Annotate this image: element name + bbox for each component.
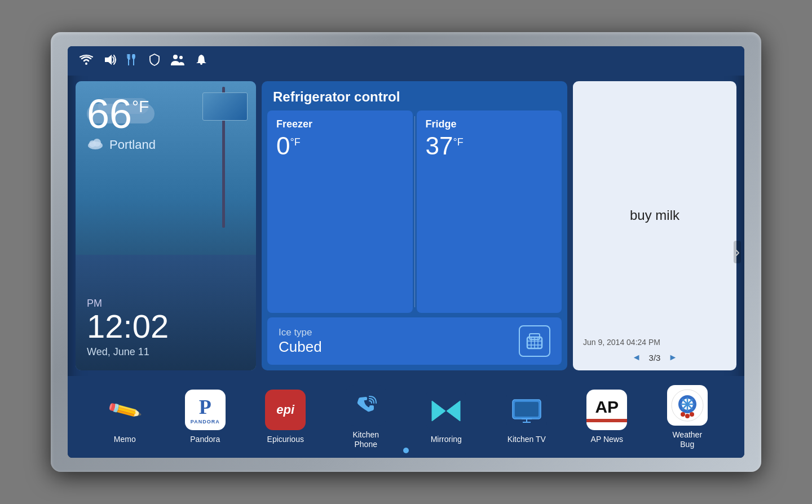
weather-time-section: PM 12:02 Wed, June 11: [87, 298, 245, 358]
app-item-kitchen-tv[interactable]: Kitchen TV: [504, 390, 549, 444]
freezer-unit: °F: [290, 137, 300, 147]
fridge-control-widget[interactable]: Refrigerator control Freezer 0 °F Fr: [262, 81, 567, 370]
mirroring-icon: [426, 390, 466, 430]
epicurious-icon: epi: [265, 390, 306, 430]
svg-marker-1: [105, 55, 112, 65]
screen-next-arrow[interactable]: ›: [734, 241, 741, 263]
volume-icon: [104, 54, 116, 68]
pandora-label: Pandora: [190, 435, 220, 444]
svg-point-29: [681, 412, 685, 417]
page-indicator-dot: [403, 448, 409, 453]
cloud-icon: [87, 138, 104, 152]
status-bar: [68, 46, 744, 76]
wb-inner: [667, 385, 708, 426]
kitchen-phone-icon: [346, 385, 386, 426]
ap-news-label: AP News: [591, 435, 623, 444]
people-icon: [170, 54, 185, 69]
weather-temperature: 66 °F: [87, 94, 245, 134]
ice-cube-icon: [519, 325, 550, 357]
notes-prev-button[interactable]: ◄: [632, 352, 641, 362]
epicurious-label: Epicurious: [267, 435, 304, 444]
wifi-icon: [79, 54, 94, 68]
notes-content: buy milk: [583, 92, 726, 338]
pencil-icon: ✏️: [106, 391, 144, 428]
app-item-ap-news[interactable]: AP AP News: [584, 390, 629, 444]
svg-point-30: [685, 414, 690, 418]
weather-bug-label: WeatherBug: [672, 430, 702, 449]
pandora-icon: P PANDORA: [185, 390, 226, 430]
app-item-weather-bug[interactable]: WeatherBug: [665, 385, 710, 449]
main-content: 66 °F Portland: [68, 76, 744, 376]
ice-label: Ice type: [279, 327, 322, 338]
notes-navigation: ◄ 3/3 ►: [583, 352, 726, 362]
svg-point-5: [173, 55, 178, 59]
notes-text: buy milk: [630, 207, 679, 223]
ap-inner: AP: [586, 390, 627, 430]
svg-point-31: [690, 412, 694, 417]
notes-page-total: 3: [656, 353, 660, 362]
ice-text: Ice type Cubed: [279, 327, 322, 356]
svg-point-9: [93, 139, 101, 147]
pandora-p: P: [199, 395, 211, 419]
bell-icon: [195, 54, 208, 69]
freezer-box[interactable]: Freezer 0 °F: [267, 110, 413, 313]
app-item-pandora[interactable]: P PANDORA Pandora: [183, 390, 228, 444]
fridge-bezel: 66 °F Portland: [51, 32, 761, 472]
temp-separator: [414, 116, 415, 307]
notes-next-button[interactable]: ►: [668, 352, 677, 362]
notes-footer: Jun 9, 2014 04:24 PM ◄ 3/3 ►: [583, 338, 726, 362]
food-icon: [126, 54, 139, 69]
ice-type-value: Cubed: [279, 338, 322, 356]
fridge-unit: °F: [453, 137, 463, 147]
weather-content: 66 °F Portland: [76, 81, 256, 370]
svg-point-0: [85, 63, 87, 65]
ap-text: AP: [595, 397, 619, 417]
weather-widget[interactable]: 66 °F Portland: [76, 81, 256, 370]
weather-top: 66 °F Portland: [87, 94, 245, 152]
app-dock: ✏️ Memo P PANDORA Pandora epi: [68, 376, 744, 458]
epi-text: epi: [276, 403, 294, 417]
shield-icon: [149, 54, 160, 69]
notes-timestamp: Jun 9, 2014 04:24 PM: [583, 338, 726, 347]
screen: 66 °F Portland: [68, 46, 744, 458]
app-item-epicurious[interactable]: epi Epicurious: [263, 390, 308, 444]
pandora-text: PANDORA: [191, 419, 220, 425]
fridge-temp: 37 °F: [426, 134, 464, 158]
kitchen-tv-icon: [506, 390, 547, 430]
svg-rect-18: [515, 402, 539, 417]
freezer-label: Freezer: [276, 118, 312, 130]
app-item-memo[interactable]: ✏️ Memo: [102, 390, 147, 444]
memo-label: Memo: [114, 435, 136, 444]
kitchen-phone-label: KitchenPhone: [352, 430, 379, 449]
ap-bar: [586, 419, 627, 422]
epi-inner: epi: [265, 390, 306, 430]
fridge-control-title: Refrigerator control: [262, 81, 567, 110]
temp-unit: °F: [132, 98, 149, 115]
kitchen-tv-label: Kitchen TV: [508, 435, 546, 444]
weather-date: Wed, June 11: [87, 346, 245, 358]
freezer-temp-value: 0: [276, 134, 290, 158]
notes-pagination: 3/3: [649, 353, 661, 362]
fridge-label: Fridge: [426, 118, 457, 130]
fridge-box[interactable]: Fridge 37 °F: [417, 110, 562, 313]
weather-time: 12:02: [87, 310, 245, 344]
fridge-temp-value: 37: [426, 134, 453, 158]
memo-icon: ✏️: [104, 390, 145, 430]
app-item-kitchen-phone[interactable]: KitchenPhone: [343, 385, 389, 449]
notes-widget[interactable]: buy milk Jun 9, 2014 04:24 PM ◄ 3/3 ►: [573, 81, 736, 370]
weather-city: Portland: [109, 138, 156, 152]
notes-page-current: 3: [649, 353, 654, 362]
weather-city-row: Portland: [87, 138, 245, 152]
mirroring-label: Mirroring: [431, 435, 462, 444]
svg-point-6: [179, 56, 183, 59]
pandora-inner: P PANDORA: [185, 390, 226, 430]
temp-value: 66: [87, 94, 132, 134]
ice-type-box[interactable]: Ice type Cubed: [267, 317, 562, 365]
app-item-mirroring[interactable]: Mirroring: [423, 390, 469, 444]
ap-news-icon: AP: [586, 390, 627, 430]
fridge-temps: Freezer 0 °F Fridge 37 °F: [262, 110, 567, 313]
weather-bug-icon: [667, 385, 708, 426]
freezer-temp: 0 °F: [276, 134, 301, 158]
